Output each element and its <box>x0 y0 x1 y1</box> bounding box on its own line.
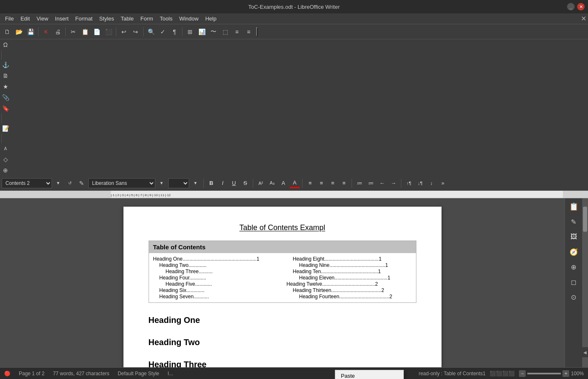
clone-button[interactable]: ⬛ <box>103 26 114 37</box>
navigator-button[interactable]: 🧭 <box>568 246 580 258</box>
anchor-button[interactable]: ⚓ <box>0 59 11 70</box>
size-dropdown-btn[interactable]: ▼ <box>190 178 201 189</box>
linespacing-button[interactable]: ↕ <box>426 178 437 188</box>
paragraph-style-select[interactable]: Contents 2 <box>2 178 52 188</box>
strikethrough-button[interactable]: S <box>240 178 250 188</box>
zoom-slider-fill <box>527 373 561 374</box>
menu-tools[interactable]: Tools <box>157 14 176 23</box>
copy-button[interactable]: 📋 <box>80 26 90 37</box>
style-new-btn[interactable]: ✎ <box>76 178 87 189</box>
find-button[interactable]: 🔍 <box>146 26 157 37</box>
open-button[interactable]: 📂 <box>13 26 24 37</box>
toolbar1: 🗋 📂 💾 K 🖨 ✂ 📋 📄 ⬛ ↩ ↪ 🔍 ✓ ¶ ⊞ 📊 〜 ⬚ ≡ ≡ <box>0 24 588 39</box>
superscript-button[interactable]: A² <box>256 178 266 188</box>
pdf-button[interactable]: K <box>41 26 51 37</box>
close-button[interactable]: ✕ <box>577 3 585 10</box>
menu-table[interactable]: Table <box>117 14 137 23</box>
menu-edit[interactable]: Edit <box>17 14 33 23</box>
bold-button[interactable]: B <box>206 178 216 188</box>
status-cursor: I... <box>168 371 173 376</box>
menu-file[interactable]: File <box>2 14 17 23</box>
toc-item: Heading Six............. <box>153 287 278 293</box>
indent-less-button[interactable]: ← <box>377 178 387 188</box>
right-sidebar: 📋 ✎ 🖼 🧭 ⊕ ◻ ⊙ <box>565 198 582 379</box>
expand-button[interactable]: ◀ <box>582 347 588 357</box>
toc-item: Heading Fourteen........................… <box>287 294 412 300</box>
properties-button[interactable]: 📋 <box>568 201 580 213</box>
clip-button[interactable]: 📎 <box>0 92 11 103</box>
para-spacing-down-button[interactable]: ↓¶ <box>415 178 425 188</box>
textbox-button[interactable]: 🗎 <box>0 70 11 81</box>
redo-button[interactable]: ↪ <box>130 26 141 37</box>
star-button[interactable]: ★ <box>0 81 11 92</box>
bullets-button[interactable]: ≔ <box>354 178 365 188</box>
zoom-out-button[interactable]: − <box>519 370 526 377</box>
fields-button[interactable]: ⬚ <box>220 26 231 37</box>
paragraph-marks-button[interactable]: ¶ <box>169 26 180 37</box>
ctx-paste[interactable]: Paste <box>335 370 403 379</box>
zoom-slider[interactable] <box>527 373 561 374</box>
menu-form[interactable]: Form <box>137 14 156 23</box>
print-button[interactable]: 🖨 <box>52 26 63 37</box>
font-name-select[interactable]: Liberation Sans <box>88 178 155 188</box>
table-button[interactable]: ⊞ <box>185 26 195 37</box>
window-title: ToC-Examples.odt - LibreOffice Writer <box>248 4 339 10</box>
italic-button[interactable]: I <box>218 178 228 188</box>
toc-item: Heading Seven........... <box>153 294 278 300</box>
cut-button[interactable]: ✂ <box>68 26 79 37</box>
list2-button[interactable]: ≡ <box>243 26 254 37</box>
note-button[interactable]: 📝 <box>0 123 11 134</box>
numbering-button[interactable]: ≔ <box>366 178 376 188</box>
close-doc-button[interactable]: ✕ <box>581 15 586 23</box>
ctx-paste-label: Paste <box>341 373 355 379</box>
zoom-in-button[interactable]: + <box>562 370 569 377</box>
scrollbar-thumb[interactable] <box>583 207 587 232</box>
menu-window[interactable]: Window <box>176 14 202 23</box>
menu-view[interactable]: View <box>33 14 51 23</box>
zoom-button[interactable]: ⊕ <box>0 165 11 176</box>
title-bar: ToC-Examples.odt - LibreOffice Writer _ … <box>0 0 588 13</box>
font-size-select[interactable] <box>168 178 189 188</box>
para-spacing-up-button[interactable]: ↑¶ <box>404 178 414 188</box>
bookmark-button[interactable]: 🔖 <box>0 103 11 114</box>
doc-area[interactable]: Table of Contents Exampl Table of Conten… <box>0 198 565 379</box>
menu-format[interactable]: Format <box>72 14 96 23</box>
undo-button[interactable]: ↩ <box>118 26 129 37</box>
style-dropdown-btn[interactable]: ▼ <box>53 178 64 189</box>
font-color-button[interactable]: A <box>290 178 300 188</box>
scrollbar[interactable]: ◀ <box>582 198 588 379</box>
align-center-button[interactable]: ≡ <box>316 178 326 188</box>
menu-help[interactable]: Help <box>202 14 220 23</box>
menu-styles[interactable]: Styles <box>96 14 117 23</box>
lines-button[interactable]: 〜 <box>208 26 219 37</box>
paste-button[interactable]: 📄 <box>91 26 102 37</box>
menu-insert[interactable]: Insert <box>51 14 72 23</box>
align-justify-button[interactable]: ≡ <box>339 178 349 188</box>
main-area: Table of Contents Exampl Table of Conten… <box>0 198 588 379</box>
save-button[interactable]: 💾 <box>25 26 36 37</box>
status-words: 77 words, 427 characters <box>53 371 109 376</box>
new-button[interactable]: 🗋 <box>2 26 13 37</box>
spellcheck-button[interactable]: ✓ <box>157 26 168 37</box>
toc-item: Heading Three.......... <box>153 269 278 274</box>
font-dropdown-btn[interactable]: ▼ <box>156 178 167 189</box>
shapes-button[interactable]: ◇ <box>0 154 11 165</box>
minimize-button[interactable]: _ <box>567 3 575 10</box>
align-left-button[interactable]: ≡ <box>305 178 315 188</box>
align-right-button[interactable]: ≡ <box>328 178 338 188</box>
char-highlight-button[interactable]: A <box>278 178 288 188</box>
color-button[interactable]: A <box>0 143 11 154</box>
more-button[interactable]: » <box>438 178 448 188</box>
styles-button[interactable]: ✎ <box>568 216 580 228</box>
accessibility-button[interactable]: ⊙ <box>568 291 580 303</box>
chart-button[interactable]: 📊 <box>196 26 207 37</box>
list1-button[interactable]: ≡ <box>231 26 242 37</box>
subscript-button[interactable]: A₂ <box>267 178 277 188</box>
style-inspector-button[interactable]: ◻ <box>568 276 580 288</box>
underline-button[interactable]: U <box>229 178 239 188</box>
indent-more-button[interactable]: → <box>388 178 398 188</box>
gallery-button[interactable]: 🖼 <box>568 231 580 243</box>
functions-button[interactable]: ⊕ <box>568 261 580 273</box>
special-char-button[interactable]: Ω <box>0 39 11 50</box>
style-update-btn[interactable]: ↺ <box>64 178 75 189</box>
